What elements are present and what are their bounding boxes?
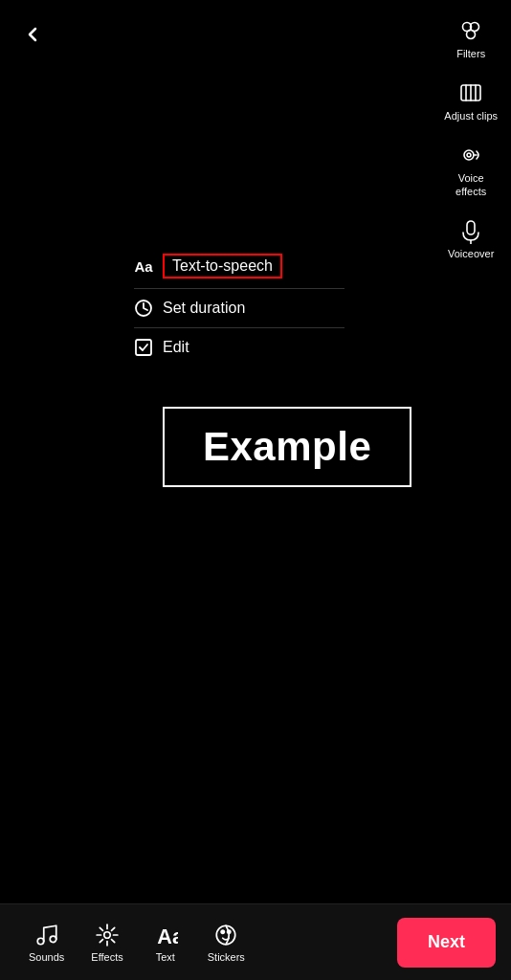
bottom-nav: Sounds Effects Aa Text xyxy=(0,903,511,980)
example-text-box[interactable]: Example xyxy=(163,407,411,487)
text-to-speech-item[interactable]: Aa Text-to-speech xyxy=(134,244,344,289)
adjust-clips-label: Adjust clips xyxy=(444,110,498,122)
nav-item-text[interactable]: Aa Text xyxy=(137,915,194,970)
aa-icon: Aa xyxy=(134,258,153,275)
voice-effects-label: Voiceeffects xyxy=(455,172,486,197)
sounds-label: Sounds xyxy=(29,951,64,963)
back-button[interactable] xyxy=(15,17,50,52)
svg-text:Aa: Aa xyxy=(157,924,178,947)
sidebar-item-adjust-clips[interactable]: Adjust clips xyxy=(438,72,503,130)
effects-label: Effects xyxy=(91,951,122,963)
svg-rect-13 xyxy=(136,340,151,355)
context-menu: Aa Text-to-speech Set duration Edit xyxy=(134,244,344,367)
text-label: Text xyxy=(156,951,175,963)
voiceover-label: Voiceover xyxy=(448,248,494,260)
text-to-speech-label: Text-to-speech xyxy=(163,254,282,278)
right-sidebar: Filters Adjust clips Voiceeffects Voiceo… xyxy=(438,10,503,268)
edit-item[interactable]: Edit xyxy=(134,328,344,367)
edit-label: Edit xyxy=(163,339,189,356)
next-button[interactable]: Next xyxy=(397,918,496,968)
svg-point-7 xyxy=(464,150,474,160)
svg-point-18 xyxy=(217,925,236,945)
svg-point-20 xyxy=(228,930,231,933)
set-duration-item[interactable]: Set duration xyxy=(134,289,344,328)
svg-point-16 xyxy=(104,931,111,938)
set-duration-label: Set duration xyxy=(163,300,245,317)
filters-label: Filters xyxy=(456,48,485,60)
sidebar-item-filters[interactable]: Filters xyxy=(451,10,491,68)
svg-point-14 xyxy=(37,938,44,945)
nav-item-effects[interactable]: Effects xyxy=(78,915,136,970)
stickers-label: Stickers xyxy=(208,951,245,963)
svg-point-19 xyxy=(221,930,224,933)
nav-item-sounds[interactable]: Sounds xyxy=(15,915,78,970)
nav-items: Sounds Effects Aa Text xyxy=(15,915,258,970)
svg-point-8 xyxy=(467,153,471,157)
sidebar-item-voiceover[interactable]: Voiceover xyxy=(442,210,500,268)
example-text: Example xyxy=(203,424,371,470)
svg-rect-10 xyxy=(467,221,475,234)
svg-point-15 xyxy=(50,936,56,943)
nav-item-stickers[interactable]: Stickers xyxy=(194,915,258,970)
sidebar-item-voice-effects[interactable]: Voiceeffects xyxy=(450,134,492,205)
svg-point-2 xyxy=(467,31,476,39)
